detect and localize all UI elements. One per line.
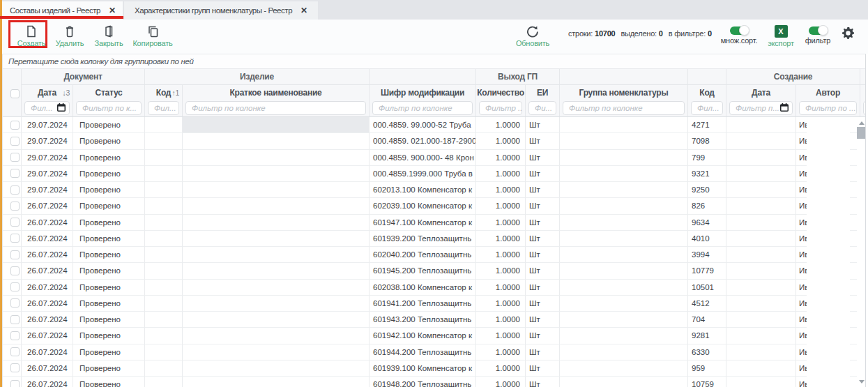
cell-item_name[interactable]	[183, 263, 370, 279]
toggle-switch-icon[interactable]	[730, 26, 748, 35]
cell-code[interactable]: 9281	[688, 328, 726, 344]
cell-item_name[interactable]	[183, 296, 370, 312]
table-row[interactable]: 29.07.2024Проверено602013.100 Компенсато…	[3, 182, 865, 198]
cell-status[interactable]: Проверено	[73, 377, 145, 387]
cell-created_date[interactable]	[726, 117, 796, 133]
cell-item_name[interactable]	[183, 133, 370, 149]
row-checkbox[interactable]	[10, 298, 20, 308]
row-checkbox[interactable]	[10, 218, 20, 227]
cell-unit[interactable]: Шт	[526, 247, 560, 263]
cell-doc_date[interactable]: 26.07.2024	[22, 328, 73, 344]
filter-input-item_code[interactable]: Фил...	[148, 101, 179, 115]
cell-created_date[interactable]	[726, 377, 796, 387]
cell-nomenclature_group[interactable]	[560, 215, 688, 231]
cell-nomenclature_group[interactable]	[560, 182, 688, 198]
cell-created_date[interactable]	[726, 280, 796, 296]
table-row[interactable]: 26.07.2024Проверено602039.100 Компенсато…	[3, 198, 865, 214]
cell-code[interactable]: 9321	[688, 166, 726, 182]
table-row[interactable]: 26.07.2024Проверено601943.200 Теплозащит…	[3, 312, 865, 328]
cell-qty[interactable]: 1.0000	[476, 133, 526, 149]
cell-modification[interactable]: 601943.200 Теплозащитнь	[370, 312, 476, 328]
cell-status[interactable]: Проверено	[73, 133, 145, 149]
cell-code[interactable]: 6330	[688, 344, 726, 361]
cell-code[interactable]: 4010	[688, 231, 726, 247]
cell-status[interactable]: Проверено	[73, 198, 145, 214]
cell-modification[interactable]: 602038.100 Компенсатор к	[370, 280, 476, 296]
cell-checkbox[interactable]	[3, 328, 22, 344]
cell-modification[interactable]: 000.4859. 021.000-187-2900	[370, 133, 476, 149]
cell-checkbox[interactable]	[3, 263, 22, 279]
calendar-icon[interactable]	[780, 102, 789, 114]
cell-checkbox[interactable]	[3, 117, 22, 133]
cell-nomenclature_group[interactable]	[560, 231, 688, 247]
cell-modification[interactable]: 602040.200 Теплозащитнь	[370, 247, 476, 263]
cell-status[interactable]: Проверено	[73, 263, 145, 279]
cell-item_name[interactable]	[183, 361, 370, 377]
row-checkbox[interactable]	[10, 153, 20, 162]
cell-modification[interactable]: 000.4859. 99.000-52 Труба	[370, 117, 476, 133]
cell-item_name[interactable]	[183, 328, 370, 344]
row-checkbox[interactable]	[10, 169, 20, 178]
cell-qty[interactable]: 1.0000	[476, 247, 526, 263]
row-checkbox[interactable]	[10, 121, 20, 130]
cell-unit[interactable]: Шт	[526, 231, 560, 247]
cell-nomenclature_group[interactable]	[560, 150, 688, 166]
delete-button[interactable]: Удалить	[53, 24, 86, 47]
cell-item_code[interactable]	[145, 198, 183, 214]
column-header-code[interactable]: Код	[688, 85, 726, 100]
cell-item_name[interactable]	[183, 215, 370, 231]
cell-unit[interactable]: Шт	[526, 263, 560, 279]
column-header-author[interactable]: Автор	[796, 85, 860, 100]
cell-created_date[interactable]	[726, 247, 796, 263]
column-header-created_date[interactable]: Дата	[726, 85, 796, 100]
cell-item_code[interactable]	[145, 361, 183, 377]
vertical-scrollbar[interactable]	[857, 117, 866, 387]
cell-code[interactable]: 799	[688, 150, 726, 166]
filter-input-partial[interactable]	[863, 101, 866, 115]
cell-unit[interactable]: Шт	[526, 377, 560, 387]
cell-nomenclature_group[interactable]	[560, 263, 688, 279]
cell-code[interactable]: 9250	[688, 182, 726, 198]
cell-item_code[interactable]	[145, 377, 183, 387]
refresh-button[interactable]: Обновить	[515, 24, 551, 47]
cell-modification[interactable]: 602039.100 Компенсатор к	[370, 198, 476, 214]
cell-doc_date[interactable]: 29.07.2024	[22, 182, 73, 198]
cell-doc_date[interactable]: 26.07.2024	[22, 361, 73, 377]
cell-qty[interactable]: 1.0000	[476, 280, 526, 296]
cell-modification[interactable]: 000.4859.1999.000 Труба в	[370, 166, 476, 182]
cell-nomenclature_group[interactable]	[560, 377, 688, 387]
table-row[interactable]: 29.07.2024Проверено000.4859.1999.000 Тру…	[3, 166, 865, 182]
cell-item_code[interactable]	[145, 215, 183, 231]
cell-created_date[interactable]	[726, 215, 796, 231]
cell-status[interactable]: Проверено	[73, 280, 145, 296]
cell-qty[interactable]: 1.0000	[476, 296, 526, 312]
cell-doc_date[interactable]: 26.07.2024	[22, 198, 73, 214]
cell-created_date[interactable]	[726, 296, 796, 312]
scroll-up-arrow-icon[interactable]	[859, 121, 865, 125]
cell-doc_date[interactable]: 26.07.2024	[22, 312, 73, 328]
cell-status[interactable]: Проверено	[73, 215, 145, 231]
cell-unit[interactable]: Шт	[526, 328, 560, 344]
cell-created_date[interactable]	[726, 312, 796, 328]
cell-code[interactable]: 959	[688, 361, 726, 377]
column-header-nomenclature_group[interactable]: Группа номенклатуры	[560, 85, 688, 100]
cell-modification[interactable]: 602013.100 Компенсатор к	[370, 182, 476, 198]
cell-unit[interactable]: Шт	[526, 280, 560, 296]
cell-created_date[interactable]	[726, 166, 796, 182]
cell-status[interactable]: Проверено	[73, 312, 145, 328]
cell-unit[interactable]: Шт	[526, 133, 560, 149]
cell-created_date[interactable]	[726, 344, 796, 361]
cell-modification[interactable]: 601939.200 Теплозащитнь	[370, 231, 476, 247]
cell-unit[interactable]: Шт	[526, 215, 560, 231]
cell-doc_date[interactable]: 29.07.2024	[22, 133, 73, 149]
cell-item_code[interactable]	[145, 263, 183, 279]
cell-item_name[interactable]	[183, 150, 370, 166]
cell-qty[interactable]: 1.0000	[476, 231, 526, 247]
table-row[interactable]: 26.07.2024Проверено602040.200 Теплозащит…	[3, 247, 865, 263]
cell-checkbox[interactable]	[3, 231, 22, 247]
column-header-status[interactable]: Статус	[73, 85, 145, 100]
cell-created_date[interactable]	[726, 328, 796, 344]
cell-nomenclature_group[interactable]	[560, 280, 688, 296]
row-checkbox[interactable]	[10, 282, 20, 291]
table-row[interactable]: 26.07.2024Проверено601939.100 Компенсато…	[3, 361, 865, 377]
